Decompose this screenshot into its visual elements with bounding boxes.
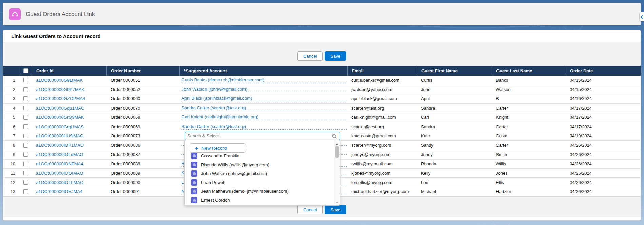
save-button-bottom[interactable]: Save [325,205,346,214]
suggested-account-link[interactable]: Carl Knight (carlknight@iamnimble.org) [181,114,347,120]
order-number: Order 0000087 [106,152,179,157]
order-id-link[interactable]: a1OOt000000IOK1MAO [36,143,106,148]
guest-email: aprilnblack@gmail.com [347,96,417,101]
guest-email: lori.ellis@myorg.com [347,180,417,185]
order-id-link[interactable]: a1OOt000000GrQ9MAK [36,115,106,120]
lookup-option-label: John Watson (johnw@gmail.com) [201,171,267,176]
chevron-left-icon: ❮ [640,15,643,19]
order-id-cell: a1OOt000000GrQ9MAK [32,115,106,120]
order-date: 04/16/2024 [566,96,641,101]
order-id-link[interactable]: a1OOt000000IOOrMAO [36,171,106,176]
lookup-option[interactable]: Cassandra Franklin [185,151,334,160]
row-number-header [3,66,20,76]
row-checkbox[interactable] [23,106,28,110]
order-id-link[interactable]: a1OOt000000G9LtMAK [36,78,106,83]
checkbox-cell [20,189,32,194]
order-id-link[interactable]: a1OOt000000GZOPMA4 [36,96,106,101]
guest-last-name: Hartzler [492,189,566,194]
order-date: 04/15/2024 [566,87,641,92]
guest-first-name: Curtis [417,78,492,83]
lookup-option-list: Cassandra FranklinRhonda Willis (rwillis… [185,151,334,204]
row-number: 9 [3,152,20,157]
row-number: 2 [3,87,20,92]
cancel-button-bottom[interactable]: Cancel [297,205,323,214]
row-checkbox[interactable] [23,180,28,185]
guest-last-name: Jones [492,171,566,176]
row-number: 10 [3,161,20,166]
panel-title: Link Guest Orders to Account record [11,33,101,39]
scroll-up-icon[interactable]: ▲ [334,141,340,146]
checkbox-cell [20,115,32,120]
order-id-cell: a1OOt000000IOThMAO [32,180,106,185]
column-header: *Suggested Account [179,66,347,76]
account-icon [191,188,197,194]
text-caret [187,133,187,139]
row-checkbox[interactable] [23,162,28,166]
lookup-option-label: Rhonda Willis (rwillis@myorg.com) [201,162,269,167]
order-id-link[interactable]: a1OOt000000IOThMAO [36,180,106,185]
row-checkbox[interactable] [23,115,28,120]
select-all-checkbox[interactable] [23,68,28,73]
guest-email: carl.knight@gmail.com [347,115,417,120]
collapse-panel-button[interactable]: ❮ [639,12,644,21]
search-placeholder: Search & Select... [187,133,222,138]
order-id-cell: a1OOt000000IONFMA4 [32,161,106,166]
dropdown-scrollbar[interactable]: ▲ ▼ [334,140,340,205]
row-checkbox[interactable] [23,152,28,157]
suggested-account-link[interactable]: April Black (aprilnblack@gmail.com) [181,96,347,101]
table-row: 6a1OOt000000GrgHMASOrder 0000069Sandra C… [3,122,641,131]
lookup-option[interactable]: Rhonda Willis (rwillis@myorg.com) [185,160,334,169]
guest-first-name: Sandy [417,143,492,148]
suggested-account-link[interactable]: Sandra Carter (scarter@test.org) [181,124,347,130]
row-checkbox[interactable] [23,124,28,129]
suggested-account-link[interactable]: Sandra Carter (scarter@test.org) [181,105,347,111]
row-checkbox[interactable] [23,87,28,92]
checkbox-cell [20,134,32,138]
order-id-link[interactable]: a1OOt000000Gqu1MAC [36,106,106,111]
account-icon [191,197,197,203]
suggested-account-cell: Sandra Carter (scarter@test.org) [179,124,347,130]
lookup-option[interactable]: Jean Matthews (demo+jm@nimbleuser.com) [185,187,334,195]
table-row: 1a1OOt000000G9LtMAKOrder 0000051Curtis B… [3,76,641,85]
scroll-down-icon[interactable]: ▼ [334,200,340,205]
row-checkbox[interactable] [23,171,28,175]
order-id-link[interactable]: a1OOt000000IOVJMA4 [36,189,106,194]
account-search-input[interactable]: Search & Select... [185,132,340,140]
guest-last-name: Carter [492,143,566,148]
row-number: 8 [3,143,20,148]
cancel-button-top[interactable]: Cancel [297,51,323,61]
lookup-option-label: Jean Matthews (demo+jm@nimbleuser.com) [201,189,289,194]
order-id-link[interactable]: a1OOt000000G9P7MAK [36,87,106,92]
lookup-option-label: Ernest Gordon [201,198,230,203]
suggested-account-link[interactable]: John Watson (johnw@gmail.com) [181,87,347,92]
scrollbar-thumb[interactable] [335,146,339,158]
row-checkbox[interactable] [23,134,28,138]
guest-last-name: Willis [492,161,566,166]
guest-last-name: Carter [492,124,566,129]
order-id-cell: a1OOt000000GrgHMAS [32,124,106,129]
order-id-link[interactable]: a1OOt000000IOLdMAO [36,152,106,157]
save-button-top[interactable]: Save [325,51,346,61]
row-number: 13 [3,189,20,194]
guest-email: kjones@myorg.com [347,171,417,176]
checkbox-cell [20,124,32,129]
order-id-link[interactable]: a1OOt000000GrgHMAS [36,124,106,129]
guest-first-name: John [417,87,492,92]
suggested-account-link[interactable]: Curtis Banks (demo+cb@nimbleuser.com) [181,77,347,83]
guest-first-name: Sandra [417,124,492,129]
row-checkbox[interactable] [23,96,28,101]
lookup-option[interactable]: Leah Powell [185,178,334,187]
guest-first-name: Rhonda [417,161,492,166]
order-date: 04/26/2024 [566,143,641,148]
lookup-option[interactable]: John Watson (johnw@gmail.com) [185,169,334,178]
guest-last-name: Ellis [492,180,566,185]
guest-email: scarter@test.org [347,124,417,129]
row-checkbox[interactable] [23,78,28,82]
order-id-link[interactable]: a1OOt000000HU9lMAG [36,133,106,138]
lookup-option[interactable]: Ernest Gordon [185,195,334,204]
suggested-account-cell: Curtis Banks (demo+cb@nimbleuser.com) [179,77,347,83]
row-checkbox[interactable] [23,143,28,148]
guest-last-name: Costa [492,133,566,138]
row-checkbox[interactable] [23,189,28,194]
order-id-link[interactable]: a1OOt000000IONFMA4 [36,161,106,166]
